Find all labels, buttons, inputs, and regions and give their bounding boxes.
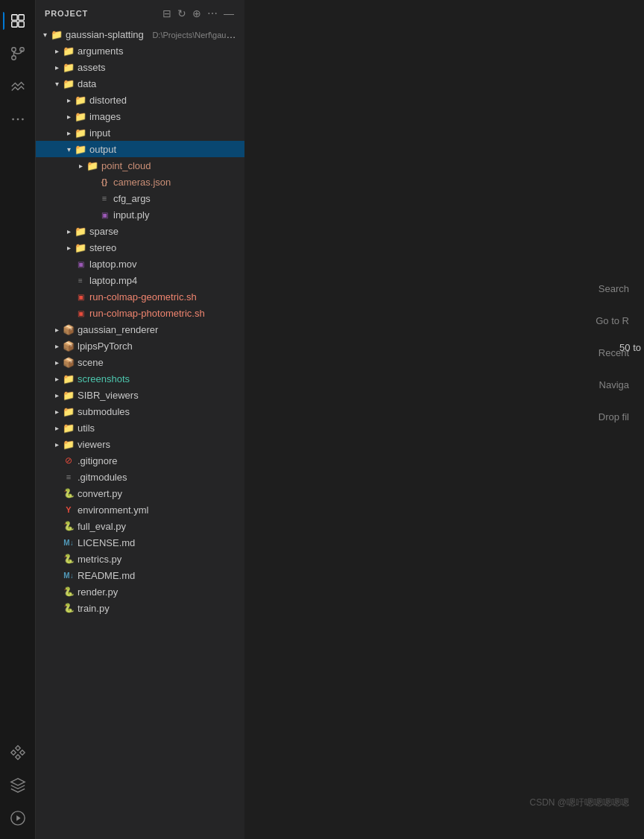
arrow-images bbox=[63, 110, 75, 122]
watermark: CSDN @嗯吁嗯嗯嗯嗯嗯 bbox=[529, 797, 629, 809]
no-arrow bbox=[63, 274, 75, 286]
item-label: run-colmap-photometric.sh bbox=[89, 308, 239, 319]
list-item[interactable]: 📁 sparse bbox=[36, 223, 244, 239]
gitignore-icon: ⊘ bbox=[63, 455, 75, 466]
arrow-screenshots bbox=[51, 373, 63, 384]
list-item[interactable]: M↓ README.md bbox=[36, 567, 244, 583]
arrow-arguments bbox=[51, 45, 63, 57]
list-item[interactable]: 📦 scene bbox=[36, 354, 244, 370]
list-item[interactable]: 📁 viewers bbox=[36, 436, 244, 452]
list-item[interactable]: 📁 images bbox=[36, 108, 244, 124]
item-label: data bbox=[78, 78, 239, 89]
no-arrow bbox=[63, 258, 75, 270]
tree-root[interactable]: 📁 gaussian-splatting D:\Projects\Nerf\ga… bbox=[36, 26, 244, 42]
item-label: convert.py bbox=[78, 488, 239, 499]
svg-point-6 bbox=[11, 56, 16, 60]
list-item[interactable]: M↓ LICENSE.md bbox=[36, 534, 244, 551]
run-icon[interactable] bbox=[3, 803, 33, 833]
svg-rect-0 bbox=[11, 15, 16, 20]
list-item[interactable]: 🐍 full_eval.py bbox=[36, 518, 244, 534]
list-item[interactable]: ⊘ .gitignore bbox=[36, 452, 244, 469]
list-item[interactable]: 📁 input bbox=[36, 124, 244, 141]
arrow-input bbox=[63, 127, 75, 139]
py-icon: 🐍 bbox=[63, 520, 75, 532]
item-label: laptop.mov bbox=[89, 259, 239, 270]
list-item[interactable]: {} cameras.json bbox=[36, 174, 244, 190]
list-item[interactable]: Y environment.yml bbox=[36, 501, 244, 518]
list-item[interactable]: ▣ laptop.mov bbox=[36, 256, 244, 272]
no-arrow bbox=[51, 487, 63, 499]
sidebar-actions: ⊟ ↻ ⊕ ⋯ ― bbox=[161, 6, 236, 21]
list-item[interactable]: 📁 SIBR_viewers bbox=[36, 387, 244, 403]
list-item[interactable]: ≡ .gitmodules bbox=[36, 469, 244, 485]
svg-rect-3 bbox=[18, 22, 23, 27]
cfg-icon: ≡ bbox=[98, 192, 110, 204]
hint-goto: Go to R bbox=[596, 315, 629, 326]
arrow-viewers bbox=[51, 438, 63, 450]
list-item[interactable]: 📁 assets bbox=[36, 59, 244, 75]
extensions-icon[interactable] bbox=[3, 72, 33, 101]
list-item[interactable]: 📁 output bbox=[36, 141, 244, 157]
list-item[interactable]: 🐍 train.py bbox=[36, 600, 244, 616]
no-arrow bbox=[51, 602, 63, 614]
list-item[interactable]: 📁 distorted bbox=[36, 92, 244, 108]
new-folder-icon[interactable]: ⊕ bbox=[191, 6, 203, 21]
item-label: full_eval.py bbox=[78, 521, 239, 532]
item-label: gaussian_renderer bbox=[78, 324, 239, 335]
source-control-icon[interactable] bbox=[3, 39, 33, 69]
list-item[interactable]: 📁 stereo bbox=[36, 239, 244, 256]
list-item[interactable]: 📦 gaussian_renderer bbox=[36, 321, 244, 338]
arrow-data bbox=[51, 77, 63, 89]
item-label: utils bbox=[78, 422, 239, 434]
item-label: render.py bbox=[78, 586, 239, 598]
mov-icon: ▣ bbox=[75, 258, 86, 270]
arrow-point_cloud bbox=[75, 159, 86, 171]
item-label: sparse bbox=[89, 226, 239, 237]
module-folder-icon: 📦 bbox=[63, 356, 75, 368]
md-icon: M↓ bbox=[63, 536, 75, 548]
folder-icon: 📁 bbox=[75, 241, 86, 253]
file-tree: 📁 gaussian-splatting D:\Projects\Nerf\ga… bbox=[36, 26, 244, 839]
list-item[interactable]: 🐍 render.py bbox=[36, 583, 244, 600]
list-item[interactable]: 📁 point_cloud bbox=[36, 157, 244, 174]
list-item[interactable]: 📁 data bbox=[36, 75, 244, 92]
list-item[interactable]: ▣ input.ply bbox=[36, 206, 244, 223]
item-label: stereo bbox=[89, 242, 239, 253]
list-item[interactable]: 📁 arguments bbox=[36, 42, 244, 59]
arrow-gaussian_renderer bbox=[51, 323, 63, 335]
list-item[interactable]: ≡ cfg_args bbox=[36, 190, 244, 206]
explorer-icon[interactable] bbox=[3, 6, 33, 36]
list-item[interactable]: 📁 utils bbox=[36, 420, 244, 436]
no-arrow bbox=[86, 192, 98, 204]
list-item[interactable]: 🐍 convert.py bbox=[36, 485, 244, 501]
list-item[interactable]: 📁 screenshots bbox=[36, 370, 244, 387]
more-icon[interactable] bbox=[3, 104, 33, 134]
extensions-bottom-icon[interactable] bbox=[3, 738, 33, 767]
item-label: input.ply bbox=[113, 209, 239, 221]
refresh-icon[interactable]: ↻ bbox=[176, 6, 188, 21]
folder-icon: 📁 bbox=[63, 77, 75, 89]
hint-navigate: Naviga bbox=[596, 379, 629, 390]
module-folder-icon: 📦 bbox=[63, 340, 75, 352]
more-options-icon[interactable]: ⋯ bbox=[206, 6, 219, 21]
list-item[interactable]: 📦 lpipsPyTorch bbox=[36, 338, 244, 354]
svg-marker-11 bbox=[16, 815, 21, 820]
item-label: .gitmodules bbox=[78, 472, 239, 483]
py-icon: 🐍 bbox=[63, 553, 75, 565]
item-label: laptop.mp4 bbox=[89, 275, 239, 286]
arrow-SIBR_viewers bbox=[51, 389, 63, 401]
no-arrow bbox=[51, 586, 63, 598]
item-label: viewers bbox=[78, 439, 239, 450]
svg-point-7 bbox=[12, 118, 14, 121]
collapse-all-icon[interactable]: ⊟ bbox=[161, 6, 173, 21]
arrow-lpipsPyTorch bbox=[51, 340, 63, 352]
no-arrow bbox=[51, 536, 63, 548]
list-item[interactable]: ≡ laptop.mp4 bbox=[36, 272, 244, 288]
layers-icon[interactable] bbox=[3, 770, 33, 800]
arrow-sparse bbox=[63, 225, 75, 237]
list-item[interactable]: ▣ run-colmap-photometric.sh bbox=[36, 305, 244, 321]
close-sidebar-icon[interactable]: ― bbox=[222, 6, 236, 21]
list-item[interactable]: 🐍 metrics.py bbox=[36, 551, 244, 567]
list-item[interactable]: 📁 submodules bbox=[36, 403, 244, 420]
list-item[interactable]: ▣ run-colmap-geometric.sh bbox=[36, 288, 244, 305]
